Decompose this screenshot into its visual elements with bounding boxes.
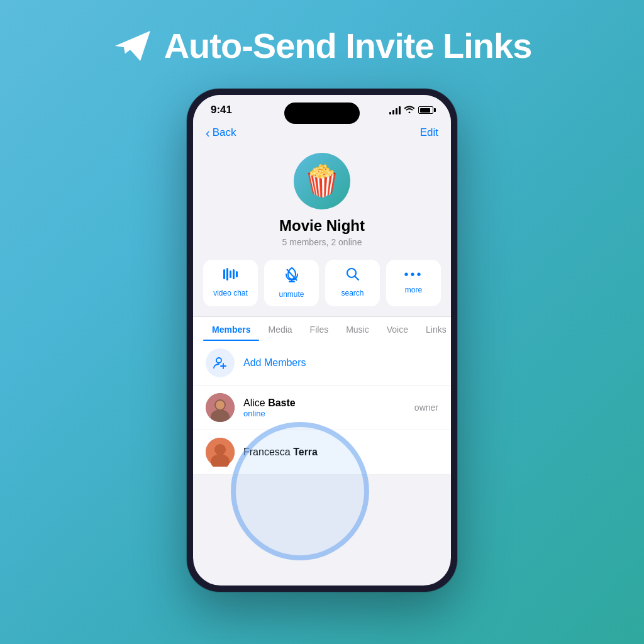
phone-frame: 9:41 xyxy=(187,89,457,592)
more-icon: ••• xyxy=(404,267,423,282)
search-button[interactable]: search xyxy=(325,260,380,306)
alice-avatar xyxy=(206,393,235,422)
tab-media[interactable]: Media xyxy=(259,317,301,341)
telegram-logo-icon xyxy=(113,26,153,66)
members-list: Add Members Alice Baste xyxy=(193,341,451,475)
alice-role: owner xyxy=(414,402,438,413)
tab-music[interactable]: Music xyxy=(337,317,378,341)
unmute-icon xyxy=(285,267,299,286)
page-header: Auto-Send Invite Links xyxy=(113,25,532,66)
search-icon xyxy=(346,267,360,285)
svg-line-10 xyxy=(355,277,358,280)
group-meta: 5 members, 2 online xyxy=(282,237,362,247)
svg-point-11 xyxy=(216,358,221,363)
group-avatar-emoji: 🍿 xyxy=(303,164,341,199)
svg-rect-1 xyxy=(223,269,225,279)
video-chat-label: video chat xyxy=(213,289,248,297)
wifi-icon xyxy=(404,105,414,115)
svg-point-19 xyxy=(214,444,226,455)
phone-screen: 9:41 xyxy=(193,95,451,586)
add-members-row[interactable]: Add Members xyxy=(193,341,451,386)
status-icons xyxy=(389,105,433,115)
svg-rect-3 xyxy=(230,270,231,278)
search-label: search xyxy=(341,289,364,297)
francesca-avatar xyxy=(206,438,235,467)
group-name: Movie Night xyxy=(279,217,365,235)
group-avatar: 🍿 xyxy=(294,153,350,209)
signal-bar-2 xyxy=(392,110,394,114)
more-button[interactable]: ••• more xyxy=(386,260,441,306)
action-buttons-row: video chat unmute xyxy=(193,260,451,316)
alice-name: Alice Baste xyxy=(243,397,406,409)
nav-bar: ‹ Back Edit xyxy=(193,121,451,147)
tab-members[interactable]: Members xyxy=(203,317,259,341)
more-label: more xyxy=(405,286,422,294)
unmute-label: unmute xyxy=(279,290,304,299)
video-chat-button[interactable]: video chat xyxy=(203,260,258,306)
alice-status: online xyxy=(243,409,406,418)
signal-bar-1 xyxy=(389,112,391,114)
svg-marker-0 xyxy=(115,31,150,61)
svg-point-17 xyxy=(216,401,225,409)
unmute-button[interactable]: unmute xyxy=(264,260,319,306)
battery-fill xyxy=(420,108,430,113)
add-members-label: Add Members xyxy=(243,357,306,369)
svg-rect-4 xyxy=(233,269,235,279)
profile-section: 🍿 Movie Night 5 members, 2 online xyxy=(193,147,451,260)
video-chat-icon xyxy=(223,267,239,285)
francesca-info: Francesca Terra xyxy=(243,447,438,458)
signal-bars-icon xyxy=(389,106,401,114)
signal-bar-3 xyxy=(396,108,397,114)
francesca-name: Francesca Terra xyxy=(243,447,438,458)
back-button[interactable]: ‹ Back xyxy=(206,126,236,139)
battery-icon xyxy=(418,106,433,114)
alice-member-row[interactable]: Alice Baste online owner xyxy=(193,386,451,430)
dynamic-island xyxy=(284,103,360,124)
francesca-member-row[interactable]: Francesca Terra xyxy=(193,430,451,475)
page-title: Auto-Send Invite Links xyxy=(164,25,532,66)
edit-button[interactable]: Edit xyxy=(420,126,438,139)
tabs-row: Members Media Files Music Voice Links xyxy=(193,317,451,341)
chevron-left-icon: ‹ xyxy=(206,126,210,139)
signal-bar-4 xyxy=(399,106,401,114)
back-label: Back xyxy=(213,126,236,139)
tab-voice[interactable]: Voice xyxy=(378,317,417,341)
tab-files[interactable]: Files xyxy=(301,317,338,341)
tab-links[interactable]: Links xyxy=(417,317,451,341)
svg-rect-2 xyxy=(226,268,228,280)
add-member-icon xyxy=(206,348,235,377)
status-time: 9:41 xyxy=(211,104,232,116)
svg-rect-5 xyxy=(236,271,238,277)
tabs-section: Members Media Files Music Voice Links xyxy=(193,316,451,341)
alice-info: Alice Baste online xyxy=(243,397,406,418)
